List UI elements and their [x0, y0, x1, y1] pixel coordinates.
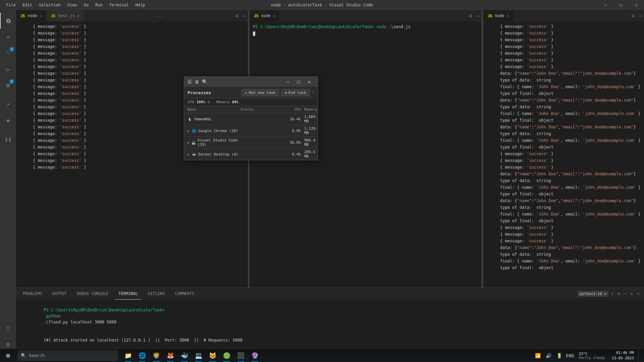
process-row-docker[interactable]: ▶ 🐳 Docker Desktop (4) 0.4% 289.5 MB — [184, 148, 318, 160]
r-code-line: { message: 'success' } — [483, 238, 644, 244]
terminal-close-btn[interactable]: ✕ — [636, 291, 641, 296]
more-actions-btn[interactable]: ⋯ — [241, 10, 248, 22]
menu-selection[interactable]: Selection — [36, 0, 63, 10]
taskbar-app-chrome[interactable]: 🌐 — [136, 349, 149, 362]
tray-battery-icon[interactable]: 🔋 — [554, 350, 564, 362]
taskbar-app-explorer[interactable]: 📁 — [121, 349, 135, 362]
taskbar-app-brave[interactable]: 🦁 — [150, 349, 163, 362]
tab-close-btn-2[interactable]: ✕ — [77, 13, 79, 18]
r-code-line: data: {"name":"John Doe","email":"john_d… — [483, 244, 644, 251]
account-icon[interactable]: ◯ — [0, 320, 16, 336]
menu-view[interactable]: View — [65, 0, 80, 10]
process-row-wsl[interactable]: 🐧 VmmemWSL 16.4% 1,884.1 MB — [184, 113, 318, 125]
taskbar-app-node[interactable]: 🟢 — [220, 349, 233, 362]
start-button[interactable]: ⊞ — [0, 349, 16, 362]
taskbar-app-docker[interactable]: 🐳 — [178, 349, 191, 362]
tab-gitlens[interactable]: GITLENS — [145, 288, 168, 300]
right-editor-pane: JS node ✕ ⊡ ⋯ { message: 'success' } { m… — [483, 10, 644, 288]
tab-debug-console[interactable]: DEBUG CONSOLE — [73, 288, 112, 300]
run-new-task-btn[interactable]: ▷ Run new task — [241, 89, 279, 96]
show-desktop-btn[interactable] — [638, 350, 641, 362]
liveshare-activity-icon[interactable]: ↗ — [0, 96, 16, 112]
tray-language-icon[interactable]: ENG — [565, 350, 575, 362]
menu-terminal[interactable]: Terminal — [107, 0, 131, 10]
more-actions-mid-btn[interactable]: ⋯ — [475, 10, 481, 22]
window-controls[interactable]: ─ □ ✕ — [598, 0, 644, 10]
tab-terminal[interactable]: TERMINAL — [115, 288, 141, 300]
split-right-btn[interactable]: ⊡ — [630, 10, 636, 22]
taskbar-search[interactable]: 🔍 Search — [17, 350, 118, 361]
tm-more-btn[interactable]: ⋯ — [312, 89, 314, 96]
terminal-content[interactable]: PS C:\Users\RajGM\OneDrive\Desktop\autoS… — [16, 300, 644, 355]
minimize-button[interactable]: ─ — [598, 0, 613, 10]
tab-testjs[interactable]: JS test.js ✕ — [46, 10, 84, 22]
tab-close-btn[interactable]: ✕ — [39, 13, 42, 18]
tray-network-icon[interactable]: 📶 — [533, 350, 542, 362]
chrome-expand[interactable]: ▶ — [187, 129, 190, 133]
split-editor-mid-btn[interactable]: ⊡ — [467, 10, 474, 22]
tab-node-right[interactable]: JS node ✕ — [483, 10, 514, 22]
remote-explorer-icon[interactable]: ❯❮ — [0, 131, 16, 147]
terminal-selector[interactable]: python3.10 ∨ — [578, 291, 608, 297]
time-date-display[interactable]: 01:46 PM 13-05-2023 — [609, 350, 637, 361]
split-editor-btn[interactable]: ⊡ — [233, 10, 240, 22]
more-right-btn[interactable]: ⋯ — [637, 10, 644, 22]
menu-edit[interactable]: Edit — [20, 0, 35, 10]
menu-file[interactable]: File — [3, 0, 18, 10]
search-tm-icon[interactable]: 🔍 — [202, 79, 208, 84]
split-terminal-btn[interactable]: ⊡ — [616, 291, 621, 296]
taskbar-app-vscode[interactable]: 💻 — [192, 349, 205, 362]
menu-run[interactable]: Run — [93, 0, 105, 10]
taskbar-app-firefox[interactable]: 🦊 — [164, 349, 177, 362]
taskbar-app-terminal[interactable]: ⬛ — [234, 349, 248, 362]
cpu-sort-icon[interactable]: ∨ — [208, 100, 210, 104]
tab-node-left[interactable]: JS node ✕ — [16, 10, 46, 22]
hamburger-icon[interactable]: ☰ — [187, 79, 192, 84]
tm-minimize-btn[interactable]: ─ — [283, 78, 293, 86]
tab-overflow[interactable]: ... — [152, 13, 166, 18]
source-control-icon[interactable]: ⑂ 3 — [0, 45, 16, 61]
tm-maximize-btn[interactable]: □ — [293, 78, 304, 86]
tray-volume-icon[interactable]: 🔊 — [544, 350, 553, 362]
vscode-cpu: 36.0% — [267, 140, 304, 145]
taskbar-app-misc[interactable]: 🔮 — [248, 349, 262, 362]
menu-help[interactable]: Help — [133, 0, 148, 10]
memory-metric: Memory 80% — [216, 100, 238, 104]
process-row-vscode[interactable]: ▶ 💻 Visual Studio Code (29) 36.0% 966.4 … — [184, 137, 318, 148]
weather-widget[interactable]: 23°C Partly cloudy — [576, 352, 607, 360]
tab-close-right[interactable]: ✕ — [506, 13, 509, 18]
menu-bar[interactable]: File Edit Selection View Go Run Terminal… — [3, 0, 148, 10]
extensions-icon[interactable]: ⊞ 2 — [0, 77, 16, 93]
taskbar-apps: 📁 🌐 🦁 🦊 🐳 💻 🐱 🟢 ⬛ 🔮 — [121, 349, 262, 362]
vscode-expand[interactable]: ▶ — [187, 141, 190, 144]
search-activity-icon[interactable]: ⌕ — [0, 29, 16, 45]
restore-button[interactable]: □ — [613, 0, 629, 10]
tab-output[interactable]: OUTPUT — [49, 288, 70, 300]
docker-expand[interactable]: ▶ — [187, 153, 190, 156]
terminal-collapse-btn[interactable]: ∧ — [629, 291, 634, 296]
explorer-icon[interactable]: ⧉ — [0, 13, 16, 29]
mem-label: Memory — [216, 100, 232, 104]
close-button[interactable]: ✕ — [629, 0, 644, 10]
panel-actions: python3.10 ∨ + ⊡ ⋯ ∧ ✕ — [578, 291, 641, 297]
end-task-btn[interactable]: ⊗ End task — [281, 89, 310, 96]
tab-problems[interactable]: PROBLEMS — [19, 288, 46, 300]
new-terminal-btn[interactable]: + — [610, 291, 615, 296]
tab-node-middle[interactable]: JS node ✕ — [250, 10, 280, 22]
tab-comments[interactable]: COMMENTS — [171, 288, 198, 300]
terminal-more-btn[interactable]: ⋯ — [623, 291, 628, 296]
middle-tab-actions: ⊡ ⋯ — [467, 10, 481, 22]
process-row-chrome[interactable]: ▶ 🌐 Google Chrome (18) 0.9% 1,139.9 MB — [184, 125, 318, 137]
prompt-text: PS C:\Users\RajGM\OneDrive\Desktop\autoS… — [44, 308, 165, 312]
taskbar-app-git[interactable]: 🐱 — [206, 349, 219, 362]
run-debug-icon[interactable]: ▷ — [0, 61, 16, 77]
tab-close-mid[interactable]: ✕ — [273, 13, 275, 18]
gitlens-icon[interactable]: ◈ — [0, 112, 16, 128]
r-code-line: { message: 'success' } — [483, 157, 644, 164]
menu-go[interactable]: Go — [81, 0, 91, 10]
r-code-line: { message: 'success' } — [483, 164, 644, 171]
r-code-line: { message: 'success' } — [483, 30, 644, 37]
cursor-line — [250, 31, 481, 37]
tm-close-btn[interactable]: ✕ — [304, 78, 314, 86]
title-bar: File Edit Selection View Go Run Terminal… — [0, 0, 644, 10]
